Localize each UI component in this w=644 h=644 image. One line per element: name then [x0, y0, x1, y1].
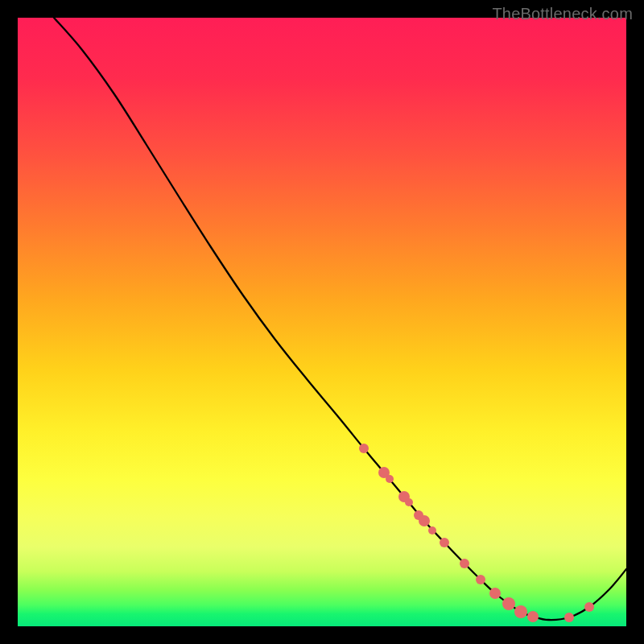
plot-area — [18, 18, 626, 626]
highlight-dot — [405, 498, 413, 506]
highlight-dot — [489, 588, 501, 599]
highlight-dot — [460, 559, 469, 568]
highlight-dot — [527, 611, 539, 622]
chart-frame: TheBottleneck.com — [0, 0, 644, 644]
highlight-dot — [440, 538, 449, 547]
highlight-dot — [502, 597, 515, 610]
watermark-text: TheBottleneck.com — [492, 5, 633, 23]
highlight-dots — [359, 444, 594, 622]
highlight-dot — [564, 613, 574, 622]
bottleneck-curve — [54, 18, 626, 620]
highlight-dot — [428, 526, 436, 535]
highlight-dot — [419, 515, 430, 526]
highlight-dot — [386, 475, 394, 483]
curve-svg — [18, 18, 626, 626]
highlight-dot — [584, 602, 594, 612]
highlight-dot — [514, 605, 527, 618]
highlight-dot — [359, 444, 369, 453]
highlight-dot — [476, 575, 485, 584]
